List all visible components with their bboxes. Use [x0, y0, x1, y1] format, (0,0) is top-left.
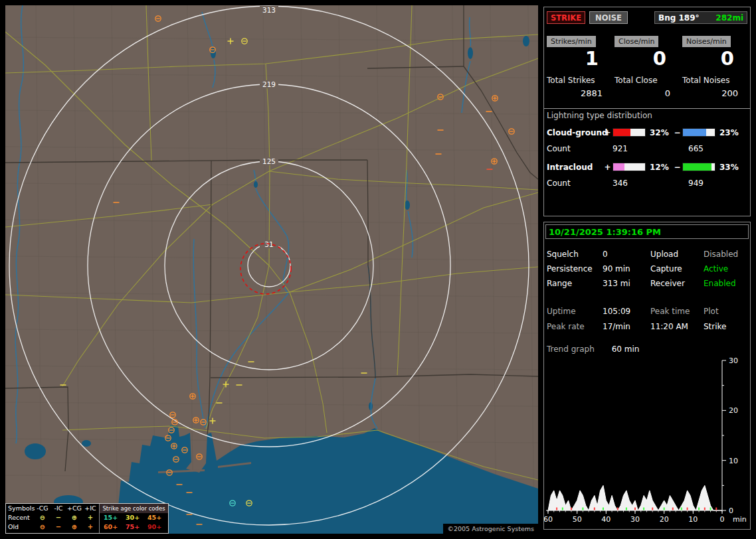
age-60: 60+ — [100, 522, 122, 532]
age-15: 15+ — [100, 513, 122, 522]
strike-button[interactable]: STRIKE — [547, 11, 585, 24]
datetime-display: 10/21/2025 1:39:16 PM — [545, 224, 749, 239]
cg-pos-bar — [613, 128, 646, 137]
plus-sign: + — [604, 163, 611, 172]
total-noises-label: Total Noises — [682, 76, 747, 85]
strikes-per-min-label: Strikes/min — [547, 36, 596, 47]
uptime-grid: Uptime 105:09 Peak time Plot Peak rate 1… — [547, 307, 747, 331]
cg-count-label: Count — [547, 144, 604, 153]
age-90: 90+ — [143, 522, 165, 532]
total-close-label: Total Close — [614, 76, 680, 85]
noises-per-min-label: Noises/min — [682, 36, 731, 47]
cg-pos-bar-fill — [613, 129, 630, 136]
cg-neg-old-icon: ⊖ — [35, 522, 50, 532]
copyright-label: ©2005 Astrogenic Systems — [443, 524, 538, 534]
noises-per-min-value: 0 — [682, 48, 747, 70]
range-value: 313 mi — [603, 279, 650, 288]
uptime-label: Uptime — [547, 307, 603, 316]
persistence-value: 90 min — [603, 264, 650, 273]
close-per-min-value: 0 — [614, 48, 680, 70]
svg-text:30: 30 — [630, 515, 640, 524]
mode-button-row: STRIKE NOISE Bng 189° 282mi — [547, 11, 747, 24]
svg-text:40: 40 — [601, 515, 611, 524]
total-strikes-label: Total Strikes — [547, 76, 612, 85]
upload-label: Upload — [650, 250, 704, 259]
bearing-display: Bng 189° 282mi — [654, 11, 747, 24]
minus-sign: − — [674, 163, 681, 172]
legend-col-cg-pos: +CG — [66, 504, 82, 513]
cg-pos-recent-icon: ⊕ — [66, 513, 82, 522]
total-close-value: 0 — [614, 88, 680, 98]
svg-text:313: 313 — [262, 6, 276, 14]
capture-status: Active — [704, 264, 747, 273]
peak-rate-label: Peak rate — [547, 322, 603, 331]
ic-neg-count: 949 — [680, 179, 704, 188]
squelch-label: Squelch — [547, 250, 603, 259]
svg-text:10: 10 — [729, 457, 738, 465]
ic-pos-old-icon: + — [82, 522, 98, 532]
strikes-per-min-value: 1 — [547, 48, 612, 70]
cloud-ground-count-row: Count 921 665 — [547, 141, 747, 156]
svg-text:20: 20 — [660, 515, 669, 524]
close-per-min-column: Close/min 0 Total Close 0 — [614, 34, 680, 98]
intracloud-label: Intracloud — [547, 163, 604, 172]
svg-text:219: 219 — [262, 80, 276, 88]
ic-neg-bar-fill — [683, 163, 711, 171]
control-panel: STRIKE NOISE Bng 189° 282mi Strikes/min … — [543, 0, 751, 539]
ic-pos-bar-fill — [613, 163, 624, 171]
legend-col-ic-pos: +IC — [82, 504, 98, 513]
statistics-box: STRIKE NOISE Bng 189° 282mi Strikes/min … — [543, 7, 751, 216]
age-color-legend: Strike age color codes 15+ 30+ 45+ 60+ 7… — [100, 504, 168, 533]
ic-neg-percent: 33% — [719, 163, 743, 172]
close-per-min-label: Close/min — [614, 36, 658, 47]
symbols-legend: Symbols -CG -IC +CG +IC Recent ⊖ − ⊕ + O… — [6, 504, 100, 533]
ic-neg-bar — [682, 163, 715, 171]
svg-text:125: 125 — [262, 157, 276, 165]
legend-symbols-header: Symbols — [6, 504, 35, 513]
distribution-title: Lightning type distribution — [547, 111, 747, 120]
plot-label: Plot — [704, 307, 747, 316]
persistence-label: Persistence — [547, 264, 603, 273]
ic-pos-percent: 12% — [650, 163, 674, 172]
total-strikes-value: 2881 — [547, 88, 612, 98]
cg-pos-old-icon: ⊕ — [66, 522, 82, 532]
cg-neg-percent: 23% — [719, 128, 743, 137]
capture-label: Capture — [650, 264, 704, 273]
svg-text:10: 10 — [688, 515, 698, 524]
peak-time-value: 11:20 AM — [650, 322, 704, 331]
legend-col-ic-neg: -IC — [50, 504, 66, 513]
bearing-label: Bng 189° — [658, 13, 700, 23]
svg-text:20: 20 — [729, 406, 738, 415]
noises-per-min-column: Noises/min 0 Total Noises 200 — [682, 34, 747, 98]
bearing-range-value: 282mi — [715, 13, 743, 23]
svg-text:0: 0 — [729, 506, 733, 515]
cg-neg-count: 665 — [680, 144, 704, 153]
cg-pos-percent: 32% — [650, 128, 674, 137]
svg-text:50: 50 — [573, 515, 582, 524]
rate-stats-row: Strikes/min 1 Total Strikes 2881 Close/m… — [547, 34, 747, 98]
app-window: { "map": { "bg_color": "#6e6159", "cente… — [0, 0, 756, 539]
cg-pos-count: 921 — [604, 144, 680, 153]
trend-graph-label: Trend graph — [547, 345, 595, 354]
ic-neg-old-icon: − — [50, 522, 66, 532]
peak-rate-value: 17/min — [603, 322, 650, 331]
cg-neg-recent-icon: ⊖ — [35, 513, 50, 522]
noise-button[interactable]: NOISE — [589, 11, 628, 24]
legend-recent-label: Recent — [6, 513, 35, 522]
distribution-separator — [544, 108, 750, 109]
lightning-map[interactable]: 31125219313 Symbols -CG -IC +CG +IC Rece… — [5, 5, 538, 534]
svg-text:0: 0 — [720, 515, 725, 524]
uptime-value: 105:09 — [603, 307, 650, 316]
trend-graph: 30201006050403020100min — [544, 356, 750, 526]
ic-pos-count: 346 — [604, 179, 680, 188]
minus-sign: − — [674, 128, 681, 137]
cloud-ground-label: Cloud-ground — [547, 128, 604, 137]
strikes-per-min-column: Strikes/min 1 Total Strikes 2881 — [547, 34, 612, 98]
strike-legend: Symbols -CG -IC +CG +IC Recent ⊖ − ⊕ + O… — [5, 503, 169, 534]
ic-pos-bar — [613, 163, 646, 171]
ic-count-label: Count — [547, 179, 604, 188]
ic-neg-recent-icon: − — [50, 513, 66, 522]
status-grid: Squelch 0 Upload Disabled Persistence 90… — [547, 250, 747, 288]
ic-pos-recent-icon: + — [82, 513, 98, 522]
peak-time-label: Peak time — [650, 307, 704, 316]
